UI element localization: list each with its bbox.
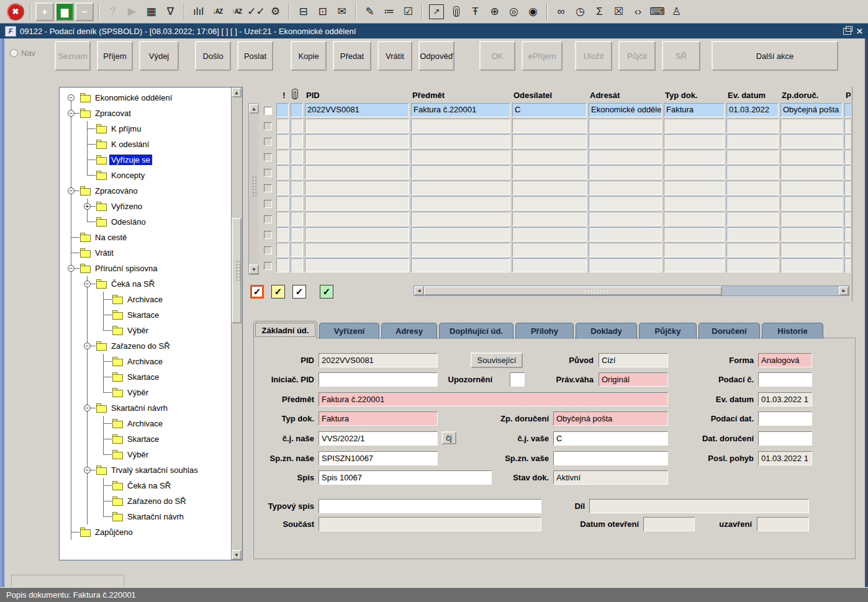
typ-dok-field[interactable] bbox=[319, 411, 438, 426]
filter-checkbox-yellow[interactable]: ✓ bbox=[271, 285, 285, 299]
cell-exclaim[interactable] bbox=[276, 227, 289, 241]
tree-item-skartace[interactable]: Skartace bbox=[63, 369, 231, 385]
reader-icon[interactable]: ♙ bbox=[667, 2, 685, 20]
stav-dok-field[interactable] bbox=[553, 470, 668, 485]
cell-pid[interactable]: 2022VVS0081 bbox=[305, 103, 409, 117]
tools-icon[interactable]: ⚙ bbox=[266, 2, 284, 20]
calendar-icon[interactable]: ▦ bbox=[142, 2, 160, 20]
xml-file-icon[interactable]: ‹› bbox=[629, 2, 647, 20]
soucast-field[interactable] bbox=[319, 517, 541, 531]
kopie-button[interactable]: Kopie bbox=[291, 41, 327, 71]
cell-zp-doruc[interactable] bbox=[780, 243, 843, 257]
cell-poc[interactable] bbox=[844, 196, 851, 210]
cell-pid[interactable] bbox=[305, 243, 409, 257]
help-icon[interactable]: ? bbox=[104, 2, 122, 20]
tree-item-zarazeno-do-sr[interactable]: Zařazeno do SŘ bbox=[63, 493, 231, 509]
scroll-down-icon[interactable]: ▼ bbox=[232, 550, 242, 560]
cell-zp-doruc[interactable] bbox=[780, 165, 843, 179]
tree-item-skartacni-navrh[interactable]: − Skartační návrh bbox=[63, 400, 231, 416]
cell-poc[interactable] bbox=[844, 150, 851, 164]
dil-field[interactable] bbox=[589, 499, 809, 513]
tree-item-vyrizeno[interactable]: + Vyřizeno bbox=[63, 199, 231, 214]
scroll-down-icon[interactable]: ▼ bbox=[249, 264, 259, 274]
cell-ev-datum[interactable]: 01.03.2022 bbox=[726, 103, 779, 117]
hscrollbar-thumb[interactable] bbox=[424, 286, 722, 295]
tree-item-vyber[interactable]: Výběr bbox=[63, 385, 231, 400]
tree-item-skartace[interactable]: Skartace bbox=[63, 307, 231, 323]
column-header-typ-dok[interactable]: Typ dok. bbox=[664, 91, 726, 100]
tab-historie[interactable]: Historie bbox=[762, 323, 823, 339]
posl-pohyb-field[interactable] bbox=[758, 451, 812, 465]
cell-predmet[interactable]: Faktura č.220001 bbox=[411, 103, 510, 117]
cell-pid[interactable] bbox=[305, 181, 409, 195]
podaci-dat-field[interactable] bbox=[758, 411, 812, 426]
cell-adresat[interactable] bbox=[589, 196, 662, 210]
cell-poc[interactable] bbox=[844, 212, 851, 226]
cell-zp-doruc[interactable] bbox=[780, 119, 843, 133]
tree-item-archivace[interactable]: Archivace bbox=[63, 292, 231, 307]
scroll-right-icon[interactable]: ► bbox=[839, 286, 849, 295]
cell-poc[interactable] bbox=[844, 103, 851, 117]
cell-zp-doruc[interactable] bbox=[780, 181, 843, 195]
puvod-field[interactable] bbox=[599, 353, 668, 367]
run-icon[interactable]: ▶ bbox=[123, 2, 141, 20]
compass-icon[interactable]: ◎ bbox=[505, 2, 523, 20]
cell-zp-doruc[interactable] bbox=[780, 258, 843, 272]
cell-typ-dok[interactable] bbox=[664, 150, 725, 164]
cell-predmet[interactable] bbox=[411, 119, 510, 133]
column-header-zp-doruc[interactable]: Zp.doruč. bbox=[780, 91, 844, 100]
cell-odesilatel[interactable] bbox=[512, 181, 587, 195]
tab-vyrizeni[interactable]: Vyřízení bbox=[319, 323, 379, 339]
column-header-pid[interactable]: PID bbox=[305, 91, 411, 100]
column-header-ev-datum[interactable]: Ev. datum bbox=[726, 91, 780, 100]
tree-item-ceka-na-sr[interactable]: Čeká na SŘ bbox=[63, 478, 231, 493]
cell-typ-dok[interactable] bbox=[664, 212, 725, 226]
zp-doruceni-field[interactable] bbox=[553, 411, 668, 426]
list-icon[interactable]: ≔ bbox=[380, 2, 398, 20]
tree-item-archivace[interactable]: Archivace bbox=[63, 416, 231, 431]
collapse-icon[interactable]: − bbox=[84, 281, 91, 287]
cell-pid[interactable] bbox=[305, 258, 409, 272]
tree-item-vratit[interactable]: Vrátit bbox=[63, 245, 231, 261]
cell-zp-doruc[interactable] bbox=[780, 212, 843, 226]
cell-ev-datum[interactable] bbox=[726, 119, 779, 133]
restore-window-icon[interactable] bbox=[843, 28, 851, 35]
cell-poc[interactable] bbox=[844, 119, 851, 133]
cell-odesilatel[interactable] bbox=[512, 227, 587, 241]
uzavreni-field[interactable] bbox=[757, 517, 809, 531]
tree-item-zpracovat[interactable]: − Zpracovat bbox=[63, 106, 231, 121]
collapse-icon[interactable]: − bbox=[84, 467, 91, 474]
tree-item-prirucni-spisovna[interactable]: − Příruční spisovna bbox=[63, 261, 231, 276]
prav-vaha-field[interactable] bbox=[599, 372, 668, 387]
doslo-button[interactable]: Došlo bbox=[195, 41, 231, 71]
cell-ev-datum[interactable] bbox=[726, 165, 779, 179]
cell-pid[interactable] bbox=[305, 150, 409, 164]
cell-adresat[interactable] bbox=[589, 181, 662, 195]
scroll-up-icon[interactable]: ▲ bbox=[249, 104, 259, 114]
ulozit-button[interactable]: Uložit bbox=[575, 41, 612, 71]
cell-poc[interactable] bbox=[844, 181, 851, 195]
column-header-exclaim[interactable]: ! bbox=[276, 91, 291, 100]
cell-typ-dok[interactable] bbox=[664, 243, 725, 257]
cell-ev-datum[interactable] bbox=[726, 212, 779, 226]
vydej-button[interactable]: Výdej bbox=[139, 41, 179, 71]
collapse-icon[interactable]: − bbox=[68, 187, 75, 194]
cell-ev-datum[interactable] bbox=[726, 243, 779, 257]
tree-item-ekonomicke-oddeleni[interactable]: − Ekonomické oddělení bbox=[63, 90, 231, 106]
cell-zp-doruc[interactable] bbox=[780, 150, 843, 164]
save-icon[interactable]: ▆ bbox=[55, 2, 74, 21]
cell-adresat[interactable] bbox=[589, 212, 662, 226]
dat-doruceni-field[interactable] bbox=[758, 431, 812, 446]
collapse-icon[interactable]: − bbox=[68, 94, 75, 101]
table-row-selected[interactable]: 2022VVS0081 Faktura č.220001 C Ekonomick… bbox=[276, 103, 851, 119]
cell-pid[interactable] bbox=[305, 227, 409, 241]
tab-pujcky[interactable]: Půjčky bbox=[639, 323, 697, 339]
predmet-field[interactable] bbox=[319, 392, 668, 407]
column-header-attachment[interactable] bbox=[291, 89, 305, 101]
cell-typ-dok[interactable] bbox=[664, 181, 725, 195]
row-checkbox[interactable] bbox=[264, 246, 272, 254]
cell-odesilatel[interactable]: C bbox=[512, 103, 587, 117]
table-row[interactable] bbox=[276, 196, 851, 212]
row-checkbox[interactable] bbox=[264, 215, 272, 223]
panel-resize-grip[interactable] bbox=[11, 575, 124, 587]
